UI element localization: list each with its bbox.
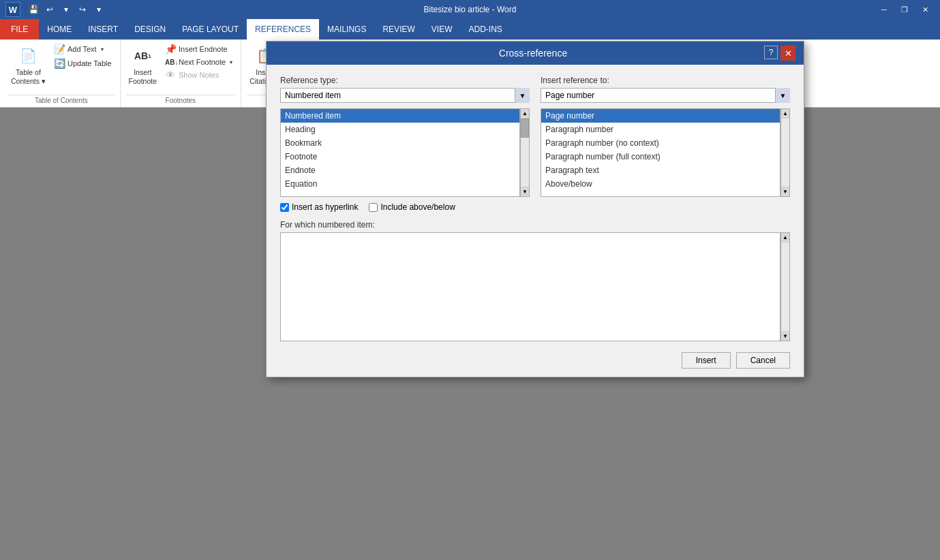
ref-type-item-bookmark[interactable]: Bookmark: [281, 136, 519, 150]
for-which-label: For which numbered item:: [280, 220, 790, 230]
reference-type-select-wrap: Numbered item Heading Bookmark Footnote …: [280, 88, 530, 103]
ref-list-scroll-track: [521, 119, 529, 187]
dialog-title: Cross-reference: [302, 48, 764, 59]
for-which-col: For which numbered item: ▲ ▼: [280, 220, 790, 341]
dialog-titlebar: Cross-reference ? ✕: [267, 42, 804, 65]
insert-ref-scroll-track: [781, 119, 789, 187]
insert-ref-item-above-below[interactable]: Above/below: [541, 177, 780, 191]
insert-ref-scroll-up[interactable]: ▲: [781, 109, 789, 119]
include-above-below-label: Include above/below: [380, 202, 455, 212]
cancel-btn[interactable]: Cancel: [736, 352, 790, 369]
ref-type-item-footnote[interactable]: Footnote: [281, 150, 519, 164]
dialog-close-btn[interactable]: ✕: [780, 46, 795, 61]
insert-as-hyperlink-checkbox[interactable]: [280, 203, 289, 212]
ref-type-item-numbered[interactable]: Numbered item: [281, 109, 519, 123]
dialog-top-row: Reference type: Numbered item Heading Bo…: [280, 76, 790, 103]
dialog-body: Reference type: Numbered item Heading Bo…: [267, 65, 804, 377]
ref-list-scroll-down[interactable]: ▼: [521, 187, 529, 196]
dialog-footer: Insert Cancel: [280, 347, 790, 369]
insert-ref-item-para[interactable]: Paragraph number: [541, 123, 780, 136]
cross-reference-dialog: Cross-reference ? ✕ Reference type:: [266, 41, 804, 377]
insert-reference-col: Insert reference to: Page number Paragra…: [541, 76, 790, 103]
include-above-below-row: Include above/below: [369, 202, 455, 212]
for-which-scroll-track: [781, 243, 789, 331]
insert-as-hyperlink-label: Insert as hyperlink: [292, 202, 358, 212]
for-which-scroll-up[interactable]: ▲: [781, 233, 789, 243]
reference-type-col: Reference type: Numbered item Heading Bo…: [280, 76, 530, 103]
insert-ref-item-para-text[interactable]: Paragraph text: [541, 164, 780, 177]
insert-reference-label: Insert reference to:: [541, 76, 790, 85]
ref-list-scroll-thumb[interactable]: [521, 119, 529, 138]
for-which-listbox-wrap: ▲ ▼: [280, 232, 790, 341]
ref-type-item-heading[interactable]: Heading: [281, 123, 519, 136]
insert-reference-select[interactable]: Page number Paragraph number Paragraph n…: [541, 88, 790, 103]
ref-type-listbox[interactable]: Numbered item Heading Bookmark Footnote …: [280, 108, 520, 197]
insert-ref-item-para-nocontext[interactable]: Paragraph number (no context): [541, 136, 780, 150]
insert-as-hyperlink-row: Insert as hyperlink: [280, 202, 358, 212]
insert-ref-item-para-fullcontext[interactable]: Paragraph number (full context): [541, 150, 780, 164]
ref-type-item-equation[interactable]: Equation: [281, 177, 519, 191]
content-area: Cross-reference ? ✕ Reference type:: [0, 108, 940, 560]
insert-ref-list-col: Page number Paragraph number Paragraph n…: [541, 108, 790, 197]
for-which-row: For which numbered item: ▲ ▼: [280, 220, 790, 341]
reference-type-select[interactable]: Numbered item Heading Bookmark Footnote …: [280, 88, 530, 103]
for-which-listbox[interactable]: [280, 232, 780, 341]
reference-type-label: Reference type:: [280, 76, 530, 85]
insert-ref-scroll-down[interactable]: ▼: [781, 187, 789, 196]
ref-type-item-endnote[interactable]: Endnote: [281, 164, 519, 177]
reference-type-arrow: ▼: [515, 88, 530, 103]
insert-reference-arrow: ▼: [775, 88, 790, 103]
dialog-help-btn[interactable]: ?: [764, 46, 778, 59]
document-page: Cross-reference ? ✕ Reference type:: [0, 108, 940, 560]
ref-list-scroll-up[interactable]: ▲: [521, 109, 529, 119]
dialog-list-row: Numbered item Heading Bookmark Footnote …: [280, 108, 790, 197]
ref-type-list-col: Numbered item Heading Bookmark Footnote …: [280, 108, 530, 197]
insert-ref-listbox-wrap: Page number Paragraph number Paragraph n…: [541, 108, 790, 197]
insert-reference-select-wrap: Page number Paragraph number Paragraph n…: [541, 88, 790, 103]
insert-ref-item-page[interactable]: Page number: [541, 109, 780, 123]
dialog-controls: ? ✕: [764, 46, 795, 61]
insert-ref-listbox[interactable]: Page number Paragraph number Paragraph n…: [541, 108, 780, 197]
dialog-options: Insert as hyperlink Include above/below: [280, 202, 790, 212]
dialog-overlay: Cross-reference ? ✕ Reference type:: [0, 0, 940, 560]
for-which-scroll-down[interactable]: ▼: [781, 331, 789, 341]
insert-btn[interactable]: Insert: [682, 352, 731, 369]
include-above-below-checkbox[interactable]: [369, 203, 378, 212]
ref-type-listbox-wrap: Numbered item Heading Bookmark Footnote …: [280, 108, 530, 197]
